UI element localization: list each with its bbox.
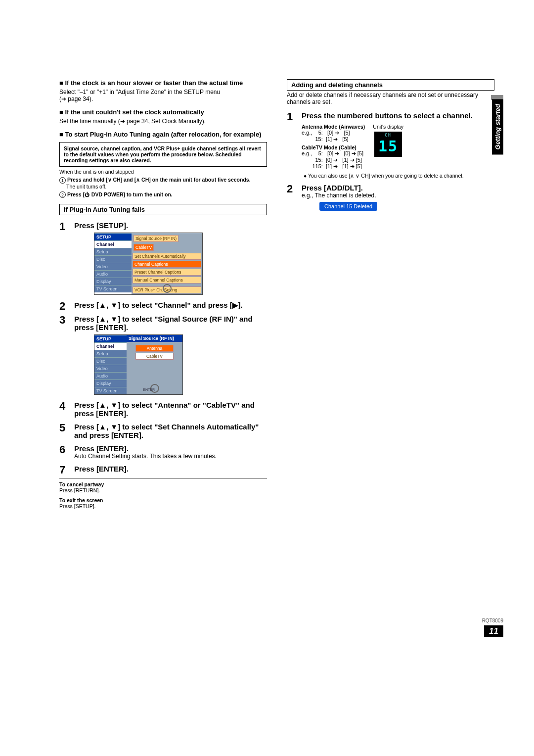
antenna-mode-title: Antenna Mode (Airwaves) (302, 124, 365, 130)
right-step-1: Press the numbered buttons to select a c… (287, 111, 494, 179)
menu1-item-setup: Setup (94, 248, 132, 255)
unit-display-icon: CH 15 (374, 132, 402, 157)
setup-steps-list: Press [SETUP]. SETUP Channel Setup Disc … (59, 221, 267, 473)
heading-clock-auto-fail: ■ If the unit couldn't set the clock aut… (59, 108, 267, 116)
clock-offset-body2: (➔ page 34). (59, 95, 267, 102)
circled-step-2-text: Press [⏻ DVD POWER] to turn the unit on. (67, 191, 173, 197)
menu2-item-display: Display (94, 379, 127, 387)
right-column: Adding and deleting channels Add or dele… (287, 79, 494, 509)
divider (59, 478, 267, 478)
menu1-item-display: Display (94, 278, 132, 285)
menu1-preset-captions: Preset Channel Captions (133, 269, 201, 276)
menu1-item-disc: Disc (94, 255, 132, 263)
antenna-eg-2: 15: [1] ➔ [5] (302, 136, 365, 142)
step-2-text: Press [▲, ▼] to select "Channel" and pre… (74, 301, 267, 310)
right-step-2-sub: e.g., The channel is deleted. (302, 192, 494, 199)
cable-eg-1: e.g., 5: [0] ➔ [0] ➔ [5] (302, 150, 365, 157)
add-delete-intro: Add or delete channels if necessary chan… (287, 92, 494, 105)
channel-deleted-pill: Channel 15 Deleted (319, 202, 377, 211)
step-3-text: Press [▲, ▼] to select "Signal Source (R… (74, 315, 267, 331)
step-7-text: Press [ENTER]. (74, 465, 267, 473)
menu1-item-audio: Audio (94, 270, 132, 278)
step-5-text: Press [▲, ▼] to select "Set Channels Aut… (74, 423, 267, 439)
unit-display-label: Unit's display (373, 124, 403, 130)
menu1-signal-value: CableTV (134, 244, 154, 251)
step-7: Press [ENTER]. (59, 465, 267, 473)
doc-id: RQT8009 (482, 618, 503, 623)
cancel-body: Press [RETURN]. (59, 487, 267, 493)
menu2-opt-antenna: Antenna (135, 345, 174, 352)
square-bullet-icon: ■ (59, 79, 65, 87)
page-number: 11 (484, 625, 503, 637)
unit-display-block: Unit's display CH 15 (373, 124, 403, 157)
exit-body: Press [SETUP]. (59, 503, 267, 509)
circled-step-2: 2 Press [⏻ DVD POWER] to turn the unit o… (59, 191, 267, 198)
left-column: ■ If the clock is an hour slower or fast… (59, 79, 267, 509)
heading-restart-tuning-title: To start Plug-in Auto Tuning again (afte… (65, 131, 261, 138)
step-4: Press [▲, ▼] to select "Antenna" or "Cab… (59, 401, 267, 418)
right-step-2-text: Press [ADD/DLT]. (302, 184, 494, 192)
heading-clock-auto-fail-title: If the unit couldn't set the clock autom… (65, 108, 204, 116)
menu2-item-setup: Setup (94, 350, 127, 357)
menu1-item-video: Video (94, 263, 132, 270)
step-3: Press [▲, ▼] to select "Signal Source (R… (59, 315, 267, 395)
cable-eg-2: 15: [0] ➔ [1] ➔ [5] (302, 157, 365, 163)
menu1-item-tvscreen: TV Screen (94, 285, 132, 292)
clock-auto-fail-body: Set the time manually (➔ page 34, Set Cl… (59, 118, 267, 125)
cable-eg-3: 115: [1] ➔ [1] ➔ [5] (302, 163, 365, 170)
unit-display-ch: CH (378, 134, 398, 138)
menu2-item-video: Video (94, 365, 127, 372)
precondition-text: When the unit is on and stopped (59, 169, 267, 175)
circled-step-1-text: Press and hold [∨ CH] and [∧ CH] on the … (67, 177, 251, 183)
right-steps-list: Press the numbered buttons to select a c… (287, 111, 494, 211)
exit-heading: To exit the screen (59, 497, 267, 503)
right-step-1-text: Press the numbered buttons to select a c… (302, 111, 494, 120)
menu2-item-disc: Disc (94, 357, 127, 365)
step-6-sub: Auto Channel Setting starts. This takes … (74, 453, 267, 460)
menu1-left-pane: SETUP Channel Setup Disc Video Audio Dis… (94, 233, 132, 294)
auto-tuning-fail-box: If Plug-in Auto Tuning fails (59, 204, 267, 215)
right-step-2: Press [ADD/DLT]. e.g., The channel is de… (287, 184, 494, 211)
menu2-item-audio: Audio (94, 372, 127, 379)
menu1-set-auto: Set Channels Automatically (133, 253, 201, 260)
add-delete-heading-box: Adding and deleting channels (287, 79, 494, 91)
step-2: Press [▲, ▼] to select "Channel" and pre… (59, 301, 267, 310)
step-6: Press [ENTER]. Auto Channel Setting star… (59, 444, 267, 460)
menu2-right-title: Signal Source (RF IN) (127, 335, 182, 342)
step-6-text: Press [ENTER]. (74, 444, 267, 453)
square-bullet-icon: ■ (59, 131, 65, 138)
unit-display-num: 15 (378, 138, 398, 155)
ch-up-down-note: ● You can also use [∧ ∨ CH] when you are… (302, 173, 494, 179)
menu2-item-channel: Channel (94, 342, 127, 350)
menu2-right-pane: Signal Source (RF IN) Antenna CableTV EN… (127, 335, 182, 394)
channel-entry-examples: Antenna Mode (Airwaves) e.g., 5: [0] ➔ [… (302, 124, 365, 170)
heading-restart-tuning: ■ To start Plug-in Auto Tuning again (af… (59, 131, 267, 138)
menu1-manual-captions: Manual Channel Captions (133, 277, 201, 284)
setup-menu-2: SETUP Channel Setup Disc Video Audio Dis… (94, 334, 183, 395)
menu2-item-tvscreen: TV Screen (94, 387, 127, 394)
warning-box: Signal source, channel caption, and VCR … (59, 142, 267, 167)
step-1: Press [SETUP]. SETUP Channel Setup Disc … (59, 221, 267, 295)
circled-2-icon: 2 (59, 191, 66, 198)
cabletv-mode-title: CableTV Mode (Cable) (302, 144, 365, 150)
step-1-text: Press [SETUP]. (74, 221, 267, 230)
step-5: Press [▲, ▼] to select "Set Channels Aut… (59, 423, 267, 439)
square-bullet-icon: ■ (59, 108, 65, 116)
setup-menu-1: SETUP Channel Setup Disc Video Audio Dis… (94, 233, 203, 295)
enter-label: ENTER (143, 388, 155, 391)
circled-step-1-sub: The unit turns off. (66, 184, 267, 189)
menu1-ch-captions: Channel Captions (133, 261, 201, 268)
menu2-opt-cabletv: CableTV (135, 353, 174, 360)
clock-offset-body1: Select "–1" or "+1" in "Adjust Time Zone… (59, 89, 267, 95)
circled-1-icon: 1 (59, 177, 66, 184)
antenna-eg-1: e.g., 5: [0] ➔ [5] (302, 130, 365, 136)
nav-wheel-icon (163, 284, 172, 293)
cancel-heading: To cancel partway (59, 481, 267, 487)
menu1-right-pane: Signal Source (RF IN)CableTV Set Channel… (132, 233, 202, 294)
circled-step-1: 1 Press and hold [∨ CH] and [∧ CH] on th… (59, 177, 267, 184)
page-body: ■ If the clock is an hour slower or fast… (0, 0, 534, 529)
menu1-signal-source: Signal Source (RF IN) (134, 235, 178, 242)
menu2-left-pane: SETUP Channel Setup Disc Video Audio Dis… (94, 335, 127, 394)
menu2-title: SETUP (94, 335, 127, 342)
heading-clock-offset-title: If the clock is an hour slower or faster… (65, 79, 243, 87)
